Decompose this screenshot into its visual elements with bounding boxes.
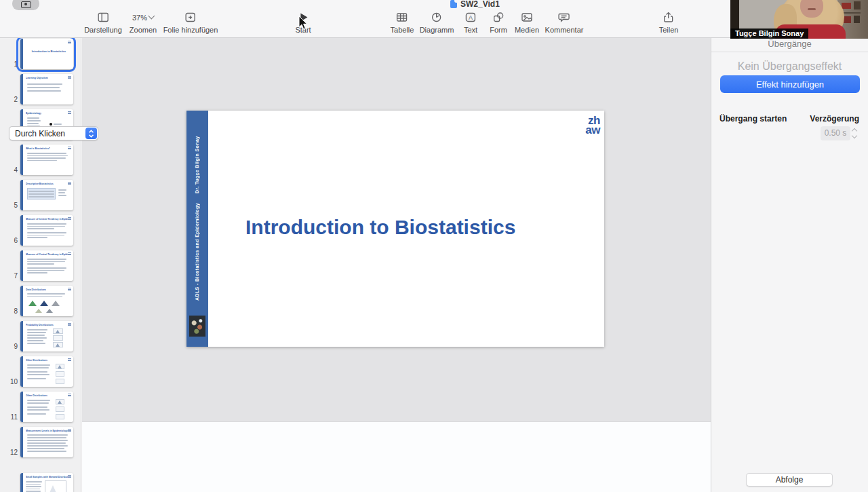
slide-thumbnail-2[interactable]: Learning Objectives [20,74,73,105]
thumbnail-title: Other Distributions [26,359,47,362]
zhaw-mini-mark [68,182,71,185]
media-button[interactable]: Medien [515,11,539,34]
thumbnail-title: Small Samples with Skewed Distribution [26,476,68,478]
slide-number: 6 [7,237,18,244]
slide-thumbnail-13[interactable]: Small Samples with Skewed Distribution [20,473,73,492]
no-effect-label: Kein Übergangseffekt [711,60,868,73]
zoom-value: 37% [132,14,147,22]
thumbnail-title: Measure of Central Tendency in Epidemiol… [26,253,68,256]
person-mouth [808,8,816,10]
thumbnail-title: Measure of Central Tendency in Epidemiol… [26,218,68,221]
zhaw-logo: zh aw [585,116,600,134]
zhaw-mini-mark [68,429,71,432]
slide-thumbnail-6[interactable]: Measure of Central Tendency in Epidemiol… [20,215,73,246]
thumbnail-title: Epidemiology [26,112,41,115]
thumbnail-title: Learning Objectives [26,77,48,79]
chart-button[interactable]: Diagramm [420,11,454,34]
zhaw-mini-mark [68,111,71,114]
zhaw-mini-mark [68,475,71,478]
divider [711,52,868,52]
window-title: SW2_Vid1 [450,0,500,9]
slide-thumbnail-5[interactable]: Descriptive Biostatistics [20,180,73,210]
zhaw-mini-mark [68,323,71,326]
chevron-down-icon [149,13,155,20]
delay-value-field[interactable]: 0.50 s [821,126,850,140]
thumbnail-title: Introduction to Biostatistics [27,50,71,53]
start-transition-value: Durch Klicken [15,129,65,138]
shape-button[interactable]: Form [490,11,507,34]
delay-label: Verzögerung [806,114,859,124]
media-icon [515,11,539,24]
webcam-overlay[interactable]: Tugçe Bilgin Sonay [730,0,868,39]
view-icon [84,11,122,24]
share-icon [659,11,679,24]
chart-icon [420,11,454,24]
window-title-text: SW2_Vid1 [460,0,500,9]
slide-number: 11 [7,413,18,421]
add-slide-button[interactable]: Folie hinzufügen [163,11,218,34]
transitions-inspector: Übergänge Kein Übergangseffekt Effekt hi… [711,0,868,492]
zhaw-mini-mark [68,76,71,79]
shape-icon [490,11,507,24]
webcam-name-label: Tugçe Bilgin Sonay [730,29,808,39]
current-slide[interactable]: ADLS - Biostatistics and EpidemiologyDr.… [186,111,604,347]
slide-number: 4 [7,166,18,174]
zhaw-mini-mark [68,288,71,290]
add-slide-icon [163,11,218,24]
slide-accent-bar: ADLS - Biostatistics and EpidemiologyDr.… [186,111,208,347]
thumbnail-title: Other Distributions [26,394,47,397]
view-button[interactable]: Darstellung [84,11,122,34]
slide-number: 2 [7,96,18,103]
delay-stepper[interactable] [852,127,859,140]
slide-vertical-text: ADLS - Biostatistics and EpidemiologyDr.… [186,130,208,301]
slide-canvas[interactable]: ADLS - Biostatistics and EpidemiologyDr.… [82,38,711,421]
zhaw-mini-mark [68,147,71,149]
slide-thumbnail-4[interactable]: What is Biostatistics? [20,145,73,175]
comment-button[interactable]: Kommentar [545,11,584,34]
zhaw-mini-mark [68,41,71,43]
slide-thumbnail-9[interactable]: Probability Distributions [20,321,73,352]
dropdown-stepper-icon [85,128,97,139]
screen-share-indicator[interactable] [12,0,39,10]
screen-share-icon [21,1,31,8]
slide-number: 8 [7,307,18,315]
slide-bar-photo [189,316,205,337]
thumbnail-title: Probability Distributions [26,324,54,326]
slide-navigator: Introduction to Biostatistics1Learning O… [0,38,81,492]
comment-icon [545,11,584,24]
thumbnail-title: Measurement Levels in Epidemiological St… [26,430,68,432]
document-icon [450,0,457,8]
slide-number: 12 [7,449,18,456]
zhaw-mini-mark [68,252,71,255]
presenter-notes-area[interactable] [82,421,711,492]
slide-title[interactable]: Introduction to Biostatistics [245,216,515,239]
build-order-button[interactable]: Abfolge [746,473,833,487]
table-icon [391,11,414,24]
slide-thumbnail-11[interactable]: Other Distributions [20,392,73,422]
svg-text:A: A [469,14,473,21]
zhaw-mini-mark [68,394,71,396]
zhaw-mini-mark [68,217,71,220]
start-transition-dropdown[interactable]: Durch Klicken [9,126,98,140]
slide-number: 1 [7,60,18,68]
thumbnail-title: What is Biostatistics? [26,147,50,150]
slide-thumbnail-12[interactable]: Measurement Levels in Epidemiological St… [20,427,73,457]
start-transition-label: Übergang starten [719,114,787,124]
slide-number: 5 [7,202,18,209]
share-button[interactable]: Teilen [659,11,679,34]
table-button[interactable]: Tabelle [391,11,414,34]
zoom-control[interactable]: 37% Zoomen [130,11,157,34]
slide-number: 10 [7,378,18,385]
zhaw-mini-mark [68,358,71,361]
thumbnail-title: Data Distributions [26,288,46,291]
slide-thumbnail-1[interactable]: Introduction to Biostatistics [20,39,73,69]
slide-thumbnail-7[interactable]: Measure of Central Tendency in Epidemiol… [20,250,73,281]
text-button[interactable]: A Text [464,11,477,34]
thumbnail-title: Descriptive Biostatistics [26,183,54,185]
mouse-cursor [298,16,309,33]
slide-thumbnail-10[interactable]: Other Distributions [20,356,73,387]
slide-number: 9 [7,343,18,350]
slide-number: 7 [7,272,18,280]
add-effect-button[interactable]: Effekt hinzufügen [720,75,860,93]
slide-thumbnail-8[interactable]: Data Distributions [20,286,73,316]
